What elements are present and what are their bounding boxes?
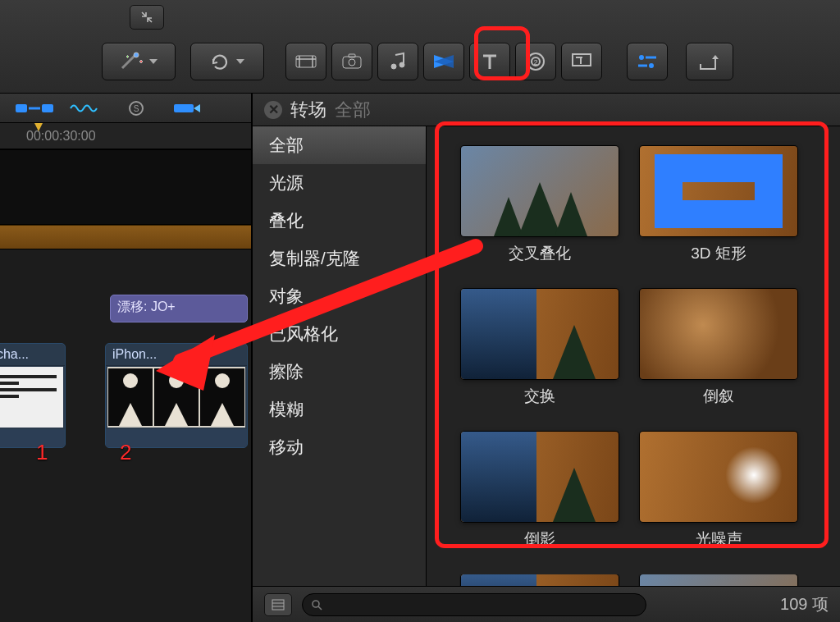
- playhead-icon[interactable]: [33, 123, 44, 135]
- svg-point-0: [134, 53, 139, 57]
- svg-rect-13: [16, 104, 27, 112]
- media-import-button[interactable]: [285, 43, 326, 80]
- audio-index-tab[interactable]: [66, 98, 105, 118]
- transition-item[interactable]: 交叉叠化: [459, 146, 620, 286]
- transition-item[interactable]: [459, 574, 620, 586]
- clip-thumbnail: [0, 367, 63, 428]
- caret-down-icon: [236, 59, 244, 64]
- transition-label: 交换: [524, 386, 555, 407]
- browser-title: 转场: [290, 98, 326, 122]
- svg-point-6: [399, 62, 404, 67]
- timeline-clip-2[interactable]: iPhon...: [105, 343, 248, 448]
- music-button[interactable]: [377, 43, 418, 80]
- collapse-button[interactable]: [130, 5, 164, 30]
- transition-item[interactable]: [638, 574, 799, 586]
- svg-text:2: 2: [533, 58, 537, 66]
- transition-thumbnail: [640, 289, 797, 379]
- category-item[interactable]: 擦除: [253, 353, 426, 391]
- category-item[interactable]: 叠化: [253, 202, 426, 240]
- transition-label: 倒叙: [703, 386, 734, 407]
- svg-point-19: [313, 601, 319, 607]
- transition-thumbnail: [461, 432, 619, 522]
- category-item[interactable]: 光源: [253, 164, 426, 202]
- svg-rect-18: [272, 600, 284, 610]
- svg-point-12: [649, 63, 654, 68]
- video-track[interactable]: [0, 149, 251, 225]
- browser-pane: ✕ 转场 全部 全部 光源 叠化 复制器/克隆 对象 已风格化 擦除 模糊 移动…: [252, 94, 840, 622]
- svg-text:S: S: [134, 104, 139, 113]
- search-icon: [311, 599, 322, 611]
- close-icon[interactable]: ✕: [264, 101, 282, 119]
- svg-point-11: [639, 55, 644, 60]
- clip-title: iPhon...: [106, 344, 247, 366]
- clip-thumbnail: [107, 367, 245, 428]
- category-item[interactable]: 复制器/克隆: [253, 240, 426, 277]
- audio-track[interactable]: [0, 225, 251, 249]
- roles-index-tab[interactable]: S: [116, 98, 156, 118]
- transition-thumbnail: [461, 146, 619, 236]
- transition-item[interactable]: 倒叙: [638, 289, 799, 428]
- timeline-pane: S 00:00:30:00 漂移: JO+ echa... 1 iPhon...…: [0, 94, 252, 622]
- category-item[interactable]: 模糊: [253, 391, 426, 428]
- transition-label: 交叉叠化: [509, 243, 571, 264]
- transition-item[interactable]: 倒影: [459, 432, 620, 571]
- caret-down-icon: [149, 59, 158, 64]
- category-list: 全部 光源 叠化 复制器/克隆 对象 已风格化 擦除 模糊 移动: [253, 126, 427, 586]
- top-toolbar: 2: [0, 0, 840, 94]
- titles-button[interactable]: [469, 43, 510, 80]
- browser-footer: 109 项: [253, 586, 840, 622]
- transitions-button[interactable]: [423, 43, 464, 80]
- annotation-number-2: 2: [120, 440, 131, 465]
- category-item[interactable]: 全部: [253, 126, 426, 164]
- effect-clip[interactable]: 漂移: JO+: [110, 295, 248, 322]
- photos-button[interactable]: [331, 43, 372, 80]
- transition-thumbnail: [640, 574, 797, 586]
- transitions-grid: 交叉叠化 3D 矩形 交换 倒叙 倒影 光噪声: [427, 126, 840, 586]
- timeline-index-tabs: S: [0, 94, 251, 123]
- annotation-number-1: 1: [36, 440, 48, 465]
- transition-thumbnail: [461, 574, 619, 586]
- enhance-menu[interactable]: [102, 43, 176, 80]
- svg-rect-17: [174, 104, 194, 112]
- transition-item[interactable]: 3D 矩形: [638, 146, 799, 286]
- themes-button[interactable]: [561, 43, 602, 80]
- clip-title: echa...: [0, 344, 65, 366]
- search-input[interactable]: [302, 593, 646, 616]
- transition-thumbnail: [640, 146, 797, 236]
- transition-label: 倒影: [524, 528, 555, 550]
- item-count: 109 项: [780, 593, 829, 615]
- svg-point-5: [391, 64, 396, 69]
- retime-menu[interactable]: [190, 43, 264, 80]
- transition-label: 光噪声: [696, 528, 742, 550]
- transition-label: 3D 矩形: [691, 243, 746, 264]
- timeline-clip-1[interactable]: echa...: [0, 343, 66, 448]
- inspector-button[interactable]: [627, 43, 668, 80]
- list-view-button[interactable]: [264, 593, 292, 616]
- category-item[interactable]: 已风格化: [253, 315, 426, 353]
- share-button[interactable]: [686, 43, 733, 80]
- tags-index-tab[interactable]: [167, 98, 207, 118]
- transition-thumbnail: [640, 432, 797, 522]
- category-item[interactable]: 对象: [253, 277, 426, 315]
- browser-header: ✕ 转场 全部: [253, 94, 840, 126]
- category-item[interactable]: 移动: [253, 428, 426, 466]
- effect-clip-title: 漂移: JO+: [111, 295, 247, 319]
- transition-thumbnail: [461, 289, 619, 379]
- generators-button[interactable]: 2: [515, 43, 556, 80]
- svg-rect-14: [42, 104, 53, 112]
- svg-rect-2: [343, 57, 361, 68]
- transition-item[interactable]: 交换: [459, 289, 620, 428]
- clips-index-tab[interactable]: [15, 98, 54, 118]
- svg-point-3: [349, 59, 355, 66]
- transition-item[interactable]: 光噪声: [638, 432, 799, 571]
- browser-breadcrumb[interactable]: 全部: [335, 98, 371, 122]
